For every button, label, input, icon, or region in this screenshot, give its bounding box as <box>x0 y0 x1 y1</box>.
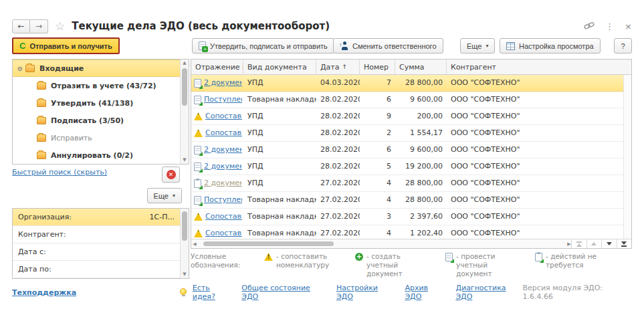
clear-search-button[interactable]: ✕ <box>162 167 180 183</box>
chevron-down-icon: ▾ <box>486 43 488 49</box>
tree-item-fix[interactable]: Исправить <box>13 129 180 146</box>
document-link[interactable]: 2 документа <box>204 159 242 175</box>
get-link-icon[interactable] <box>584 21 595 32</box>
document-link[interactable]: Сопоставить ... <box>205 209 242 225</box>
scrollbar-thumb[interactable] <box>182 68 187 106</box>
document-link[interactable]: Сопоставить ... <box>205 108 242 124</box>
column-header-contractor[interactable]: Контрагент <box>447 60 631 74</box>
idea-link[interactable]: Есть идея? <box>193 284 233 301</box>
document-link[interactable]: Сопоставить ... <box>205 225 242 239</box>
filters-panel: Организация: 1С-П... Контрагент: Дата с:… <box>12 208 189 279</box>
back-button[interactable]: ← <box>12 19 30 33</box>
posted-doc-icon <box>194 96 201 104</box>
page-up-button[interactable] <box>587 239 603 248</box>
edo-current-tasks-window: ← → ☆ Текущие дела ЭДО (весь документооб… <box>0 0 644 311</box>
scroll-up-icon[interactable]: ▲ <box>181 60 189 67</box>
filter-date-to[interactable]: Дата по: <box>13 261 180 278</box>
document-link[interactable]: Сопоставить ... <box>205 125 242 141</box>
column-header-number[interactable]: Номер <box>360 60 395 74</box>
column-header-date[interactable]: Дата ↑ <box>316 60 360 74</box>
window-header: ← → ☆ Текущие дела ЭДО (весь документооб… <box>12 17 632 35</box>
table-settings-icon <box>506 42 515 50</box>
go-to-bottom-button[interactable] <box>617 239 632 248</box>
warning-icon <box>194 129 203 137</box>
no-action-doc-icon <box>194 179 201 188</box>
document-link[interactable]: 2 документа <box>204 75 242 91</box>
legend-item-no-action: - действий не требуется <box>535 252 607 278</box>
no-action-doc-icon <box>535 253 542 262</box>
page-title: Текущие дела ЭДО (весь документооборот) <box>72 20 330 32</box>
green-plus-icon <box>355 253 363 261</box>
more-button[interactable]: Еще ▾ <box>460 38 495 54</box>
folder-icon <box>37 100 46 107</box>
change-responsible-button[interactable]: ↑ Сменить ответственного <box>333 38 443 54</box>
scrollbar-thumb[interactable] <box>182 211 187 241</box>
send-and-receive-button[interactable]: C Отправить и получить <box>12 37 120 54</box>
legend-label: Условные обозначения: <box>191 252 247 278</box>
filters-scrollbar[interactable]: ▼ <box>180 209 189 278</box>
scrollbar-thumb[interactable] <box>203 241 334 246</box>
page-down-button[interactable] <box>602 239 617 248</box>
edo-settings-link[interactable]: Настройки ЭДО <box>336 284 395 301</box>
column-header-reflection[interactable]: Отражение в учете <box>191 60 243 74</box>
refresh-icon: C <box>19 41 25 50</box>
table-row[interactable]: 2 документа УПД28.02.2020 69 600,00 ООО … <box>191 142 631 159</box>
table-row[interactable]: 2 документа УПД27.02.2020 428 800,00 ООО… <box>191 175 631 192</box>
posted-doc-icon <box>194 146 201 154</box>
footer: Техподдержка Есть идея? Общее состояние … <box>12 284 632 301</box>
tree-item-approve[interactable]: Утвердить (41/138) <box>13 94 180 112</box>
document-link[interactable]: Поступление ... <box>204 192 242 208</box>
table-row[interactable]: Поступление ... Товарная накладная28.02.… <box>191 92 631 108</box>
table-row[interactable]: Сопоставить ... УПД28.02.2020 21 554,17 … <box>191 125 631 142</box>
tree-item-reflect[interactable]: Отразить в учете (43/72) <box>13 77 180 94</box>
triangle-down-icon <box>621 241 627 245</box>
edo-archive-link[interactable]: Архив ЭДО <box>405 284 445 301</box>
table-row[interactable]: 2 документа УПД04.03.2020 728 800,00 ООО… <box>191 75 631 92</box>
collapse-toggle-icon[interactable]: ⊖ <box>16 65 24 72</box>
filters-more-button[interactable]: Еще ▾ <box>147 188 182 203</box>
tech-support-link[interactable]: Техподдержка <box>12 288 76 297</box>
tree-scrollbar[interactable]: ▲ ▼ <box>180 60 189 164</box>
filter-value: 1С-П... <box>150 213 175 221</box>
favorite-star-icon[interactable]: ☆ <box>55 19 65 33</box>
document-link[interactable]: 2 документа <box>204 142 242 158</box>
table-vertical-scrollbar[interactable] <box>623 75 631 239</box>
tree-item-incoming[interactable]: ⊖ Входящие <box>13 60 180 77</box>
edo-diagnostics-link[interactable]: Диагностика ЭДО <box>455 284 522 301</box>
column-header-sum[interactable]: Сумма <box>395 60 447 74</box>
person-icon: ↑ <box>340 41 348 50</box>
table-row[interactable]: Сопоставить ... Товарная накладная27.02.… <box>191 225 631 239</box>
scroll-down-icon[interactable]: ▼ <box>181 271 189 278</box>
column-header-doc-type[interactable]: Вид документа <box>243 60 316 74</box>
table-row[interactable]: Поступление ... Товарная накладная27.02.… <box>191 192 631 209</box>
filter-date-from[interactable]: Дата с: <box>13 243 180 261</box>
lightbulb-icon <box>180 288 187 296</box>
document-link[interactable]: 2 документа <box>204 175 242 191</box>
table-nav-buttons <box>571 239 631 248</box>
go-to-top-button[interactable] <box>572 239 587 248</box>
scroll-down-icon[interactable]: ▼ <box>181 157 189 164</box>
sort-ascending-icon: ↑ <box>342 64 347 70</box>
table-row[interactable]: Сопоставить ... УПД28.02.2020 9200,00 ОО… <box>191 108 631 125</box>
forward-button[interactable]: → <box>30 19 48 33</box>
table-row[interactable]: 2 документа УПД28.02.2020 519 200,00 ООО… <box>191 159 631 175</box>
tree-item-sign[interactable]: Подписать (3/50) <box>13 112 180 129</box>
view-settings-button[interactable]: Настройка просмотра <box>500 38 601 54</box>
warning-icon <box>264 253 273 261</box>
help-button[interactable]: ? <box>614 38 632 54</box>
table-horizontal-scrollbar[interactable]: ◀ ▶ <box>191 239 572 248</box>
warning-icon <box>194 213 203 221</box>
document-link[interactable]: Поступление ... <box>204 92 242 108</box>
tree-item-annul[interactable]: Аннулировать (0/2) <box>13 146 180 164</box>
posted-doc-icon <box>194 79 201 88</box>
close-icon[interactable]: × <box>625 21 632 31</box>
approve-sign-send-button[interactable]: Утвердить, подписать и отправить <box>192 38 334 54</box>
filter-organization[interactable]: Организация: 1С-П... <box>13 209 180 226</box>
scroll-left-icon[interactable]: ◀ <box>191 241 198 247</box>
more-menu-icon[interactable]: ⋮ <box>605 21 614 31</box>
sign-document-icon <box>199 41 206 50</box>
filter-contractor[interactable]: Контрагент: <box>13 226 180 243</box>
edo-status-link[interactable]: Общее состояние ЭДО <box>241 284 326 301</box>
quick-search-link[interactable]: Быстрый поиск (скрыть) <box>12 168 107 177</box>
table-row[interactable]: Сопоставить ... Товарная накладная27.02.… <box>191 209 631 225</box>
